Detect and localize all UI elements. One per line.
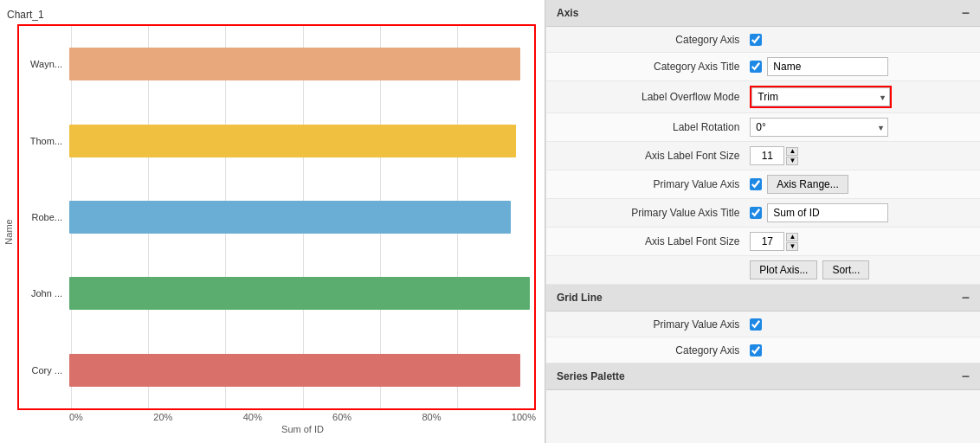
bars-section: Wayn...Thom...Robe...John ...Cory ... bbox=[17, 24, 536, 410]
grid-category-checkbox[interactable] bbox=[750, 344, 762, 356]
bar-track bbox=[69, 125, 534, 157]
x-axis-title: Sum of ID bbox=[69, 422, 536, 436]
bar-row-label: John ... bbox=[19, 288, 69, 299]
prop-label-primary-value-axis-title: Primary Value Axis Title bbox=[557, 207, 750, 219]
grid-primary-value-checkbox[interactable] bbox=[750, 318, 762, 331]
primary-value-axis-checkbox[interactable] bbox=[750, 178, 762, 190]
bar-row: Wayn... bbox=[19, 26, 534, 102]
prop-control-grid-category bbox=[750, 344, 970, 356]
bar-fill bbox=[69, 125, 516, 157]
series-palette-section-collapse[interactable]: – bbox=[962, 369, 970, 384]
category-axis-title-checkbox[interactable] bbox=[750, 61, 762, 73]
category-axis-title-input[interactable] bbox=[767, 57, 888, 76]
prop-row-label-rotation: Label Rotation 0° 45° 90° ▾ bbox=[546, 113, 980, 142]
chart-inner: Wayn...Thom...Robe...John ...Cory ... 0%… bbox=[17, 24, 545, 440]
prop-row-category-axis: Category Axis bbox=[546, 27, 980, 53]
x-axis-section: 0%20%40%60%80%100% Sum of ID bbox=[17, 410, 536, 440]
prop-control-primary-value-axis-title bbox=[750, 203, 970, 222]
grid-line-section-collapse[interactable]: – bbox=[962, 290, 970, 305]
primary-value-axis-title-input[interactable] bbox=[767, 203, 888, 222]
x-tick: 20% bbox=[153, 412, 172, 422]
bar-row-label: Thom... bbox=[19, 136, 69, 146]
prop-control-plot-sort: Plot Axis... Sort... bbox=[750, 260, 970, 279]
bar-fill bbox=[69, 354, 520, 387]
prop-control-label-rotation: 0° 45° 90° ▾ bbox=[750, 118, 970, 137]
label-rotation-dropdown-wrapper: 0° 45° 90° ▾ bbox=[750, 118, 888, 137]
prop-control-primary-value-axis: Axis Range... bbox=[750, 175, 970, 194]
prop-row-grid-primary-value: Primary Value Axis bbox=[546, 311, 980, 337]
bar-fill bbox=[69, 201, 511, 234]
prop-row-axis-font-size-2: Axis Label Font Size ▲ ▼ bbox=[546, 228, 980, 256]
prop-label-grid-primary-value: Primary Value Axis bbox=[557, 318, 750, 331]
x-tick: 0% bbox=[69, 412, 83, 422]
chart-area: Name Wayn...Thom...Robe...John ...Cory .… bbox=[0, 24, 545, 440]
prop-control-category-axis bbox=[750, 34, 970, 46]
plot-axis-button[interactable]: Plot Axis... bbox=[750, 260, 817, 279]
bar-row: Robe... bbox=[19, 179, 534, 255]
axis-font-size-2-down-btn[interactable]: ▼ bbox=[786, 242, 798, 251]
x-tick: 60% bbox=[332, 412, 351, 422]
axis-section-label: Axis bbox=[557, 7, 578, 19]
prop-row-axis-font-size-1: Axis Label Font Size ▲ ▼ bbox=[546, 142, 980, 170]
prop-control-axis-font-size-1: ▲ ▼ bbox=[750, 146, 970, 165]
bar-track bbox=[69, 201, 534, 234]
prop-row-plot-sort-buttons: Plot Axis... Sort... bbox=[546, 256, 980, 285]
x-tick: 40% bbox=[243, 412, 262, 422]
axis-font-size-1-spinner-btns: ▲ ▼ bbox=[786, 147, 798, 165]
series-palette-section-label: Series Palette bbox=[557, 370, 625, 382]
prop-label-axis-font-size-2: Axis Label Font Size bbox=[557, 235, 750, 247]
chart-panel: Chart_1 Name Wayn...Thom...Robe...John .… bbox=[0, 0, 545, 443]
prop-label-category-axis-title: Category Axis Title bbox=[557, 61, 750, 73]
axis-font-size-1-input[interactable] bbox=[750, 146, 784, 165]
axis-font-size-2-input[interactable] bbox=[750, 232, 784, 251]
series-palette-section-header: Series Palette – bbox=[546, 363, 980, 390]
prop-row-label-overflow: Label Overflow Mode Trim None Wrap ▾ bbox=[546, 81, 980, 113]
axis-font-size-1-up-btn[interactable]: ▲ bbox=[786, 147, 798, 156]
prop-label-label-overflow: Label Overflow Mode bbox=[557, 91, 750, 103]
x-tick: 80% bbox=[422, 412, 441, 422]
prop-label-category-axis: Category Axis bbox=[557, 34, 750, 46]
bar-row: John ... bbox=[19, 255, 534, 331]
prop-control-label-overflow: Trim None Wrap ▾ bbox=[750, 86, 970, 108]
axis-range-button[interactable]: Axis Range... bbox=[767, 175, 848, 194]
prop-label-primary-value-axis: Primary Value Axis bbox=[557, 178, 750, 190]
axis-font-size-2-spinner-btns: ▲ ▼ bbox=[786, 233, 798, 251]
bar-rows: Wayn...Thom...Robe...John ...Cory ... bbox=[19, 26, 534, 408]
bar-track bbox=[69, 48, 534, 80]
label-overflow-dropdown[interactable]: Trim None Wrap bbox=[751, 87, 890, 106]
grid-line-section-header: Grid Line – bbox=[546, 285, 980, 311]
bar-row-label: Wayn... bbox=[19, 59, 69, 69]
prop-row-primary-value-axis: Primary Value Axis Axis Range... bbox=[546, 170, 980, 199]
axis-font-size-1-spinner: ▲ ▼ bbox=[750, 146, 798, 165]
prop-label-grid-category: Category Axis bbox=[557, 344, 750, 356]
prop-row-grid-category: Category Axis bbox=[546, 337, 980, 363]
axis-font-size-1-down-btn[interactable]: ▼ bbox=[786, 157, 798, 165]
prop-label-axis-font-size-1: Axis Label Font Size bbox=[557, 150, 750, 162]
prop-control-grid-primary-value bbox=[750, 318, 970, 331]
x-tick: 100% bbox=[512, 412, 536, 422]
bar-fill bbox=[69, 48, 520, 80]
prop-row-primary-value-axis-title: Primary Value Axis Title bbox=[546, 199, 980, 228]
axis-section-header: Axis – bbox=[546, 0, 980, 27]
bar-row-label: Cory ... bbox=[19, 365, 69, 376]
right-panel: Axis – Category Axis Category Axis Title… bbox=[545, 0, 980, 443]
y-axis-label-container: Name bbox=[0, 24, 17, 440]
bar-row: Cory ... bbox=[19, 332, 534, 408]
axis-font-size-2-spinner: ▲ ▼ bbox=[750, 232, 798, 251]
chart-title: Chart_1 bbox=[0, 7, 545, 24]
axis-section-collapse[interactable]: – bbox=[962, 5, 970, 21]
label-rotation-dropdown[interactable]: 0° 45° 90° bbox=[750, 118, 888, 137]
prop-row-category-axis-title: Category Axis Title bbox=[546, 53, 980, 81]
bar-track bbox=[69, 277, 534, 310]
sort-button[interactable]: Sort... bbox=[822, 260, 869, 279]
bar-fill bbox=[69, 277, 530, 310]
prop-control-category-axis-title bbox=[750, 57, 970, 76]
category-axis-checkbox[interactable] bbox=[750, 34, 762, 46]
y-axis-label: Name bbox=[3, 219, 14, 244]
bar-track bbox=[69, 354, 534, 387]
prop-control-axis-font-size-2: ▲ ▼ bbox=[750, 232, 970, 251]
x-axis-ticks: 0%20%40%60%80%100% bbox=[69, 410, 536, 422]
axis-font-size-2-up-btn[interactable]: ▲ bbox=[786, 233, 798, 241]
primary-value-axis-title-checkbox[interactable] bbox=[750, 207, 762, 219]
grid-line-section-label: Grid Line bbox=[557, 292, 603, 304]
